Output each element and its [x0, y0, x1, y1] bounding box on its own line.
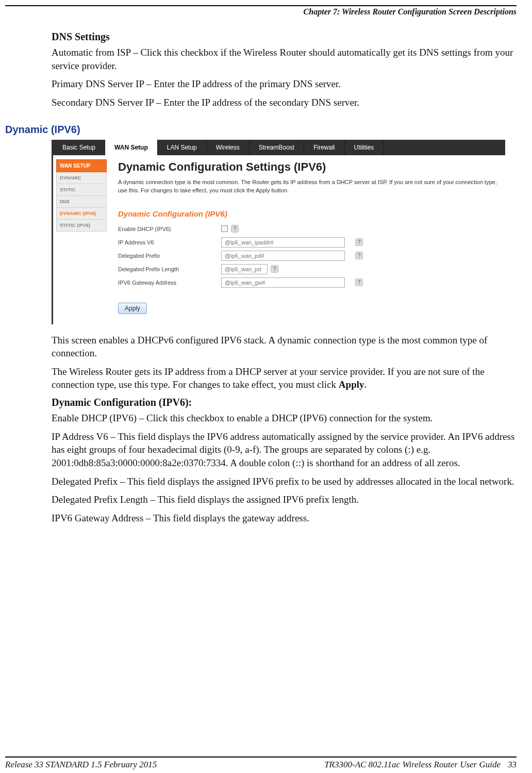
after-enable: Enable DHCP (IPV6) – Click this checkbox… — [52, 412, 517, 425]
apply-button[interactable]: Apply — [118, 303, 147, 314]
after-dp: Delegated Prefix – This field displays t… — [52, 475, 517, 488]
after-dpl: Delegated Prefix Length – This field dis… — [52, 493, 517, 506]
side-item-dynamic[interactable]: DYNAMIC — [56, 172, 107, 184]
dns-primary-text: Primary DNS Server IP – Enter the IP add… — [52, 77, 517, 91]
checkbox-enable-dhcp[interactable] — [221, 225, 228, 232]
side-menu: WAN SETUP DYNAMIC STATIC DNS DYNAMIC (IP… — [53, 155, 110, 324]
side-item-static[interactable]: STATIC — [56, 184, 107, 196]
dns-auto-text: Automatic from ISP – Click this checkbox… — [52, 46, 517, 72]
tabbar-spacer — [384, 140, 505, 155]
side-item-static-ipv6[interactable]: STATIC (IPV6) — [56, 220, 107, 232]
after-p1: This screen enables a DHCPv6 configured … — [52, 334, 517, 360]
tab-wan-setup[interactable]: WAN Setup — [105, 140, 158, 155]
router-ui-screenshot: Basic Setup WAN Setup LAN Setup Wireless… — [52, 140, 505, 324]
side-item-dynamic-ipv6[interactable]: DYNAMIC (IPV6) — [56, 208, 107, 220]
input-ip-address-v6[interactable] — [221, 237, 345, 248]
help-icon[interactable]: ? — [355, 278, 363, 286]
panel-subheading: Dynamic Configuration (IPV6) — [118, 209, 501, 218]
label-enable-dhcp: Enable DHCP (IPV6) — [118, 226, 221, 232]
after-p2: The Wireless Router gets its IP address … — [52, 365, 517, 391]
label-delegated-prefix: Delegated Prefix — [118, 253, 221, 259]
help-icon[interactable]: ? — [355, 252, 363, 259]
footer-page-number: 33 — [508, 760, 517, 770]
footer-left: Release 33 STANDARD 1.5 February 2015 — [5, 760, 157, 770]
tab-streamboost[interactable]: StreamBoost — [250, 140, 304, 155]
after-ip: IP Address V6 – This field displays the … — [52, 430, 517, 470]
input-ipv6-gateway[interactable] — [221, 277, 345, 288]
input-delegated-prefix-length[interactable] — [221, 264, 268, 274]
help-icon[interactable]: ? — [231, 225, 239, 233]
panel-description: A dynamic connection type is the most co… — [118, 178, 501, 195]
tab-basic-setup[interactable]: Basic Setup — [53, 140, 105, 155]
chapter-header: Chapter 7: Wireless Router Configuration… — [5, 7, 517, 17]
after-p2a: The Wireless Router gets its IP address … — [52, 366, 485, 390]
side-item-dns[interactable]: DNS — [56, 196, 107, 208]
dns-secondary-text: Secondary DNS Server IP – Enter the IP a… — [52, 96, 517, 109]
label-ipv6-gateway: IPV6 Gateway Address — [118, 279, 221, 286]
after-p2-apply: Apply — [339, 379, 364, 390]
after-p2c: . — [364, 379, 367, 390]
after-gw: IPV6 Gateway Address – This field displa… — [52, 512, 517, 525]
footer-right: TR3300-AC 802.11ac Wireless Router User … — [324, 760, 501, 770]
section-dynamic-ipv6-title: Dynamic (IPV6) — [5, 124, 517, 136]
help-icon[interactable]: ? — [271, 265, 278, 273]
label-ip-address-v6: IP Address V6 — [118, 239, 221, 245]
tab-firewall[interactable]: Firewall — [304, 140, 344, 155]
dns-settings-heading: DNS Settings — [52, 31, 517, 43]
top-tabbar: Basic Setup WAN Setup LAN Setup Wireless… — [53, 140, 505, 155]
label-delegated-prefix-length: Delegated Prefix Length — [118, 266, 221, 272]
help-icon[interactable]: ? — [355, 238, 363, 246]
tab-utilities[interactable]: Utilities — [345, 140, 384, 155]
input-delegated-prefix[interactable] — [221, 251, 345, 261]
side-head-wan-setup: WAN SETUP — [56, 159, 107, 172]
after-heading: Dynamic Configuration (IPV6): — [52, 397, 517, 408]
panel-title: Dynamic Configuration Settings (IPV6) — [118, 160, 501, 174]
tab-wireless[interactable]: Wireless — [207, 140, 250, 155]
tab-lan-setup[interactable]: LAN Setup — [158, 140, 207, 155]
